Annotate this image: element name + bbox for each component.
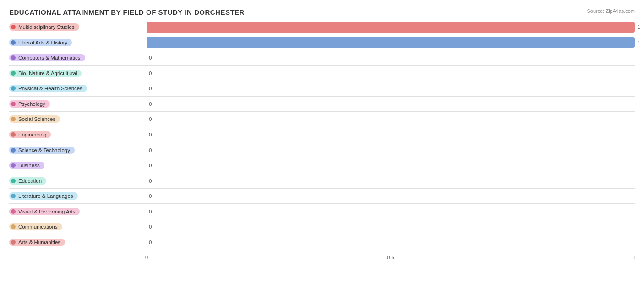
pill-dot [11,194,16,198]
grid-line [147,173,147,188]
bar-label-text: Business [18,163,40,168]
bar-label-text: Liberal Arts & History [18,40,67,45]
bar-label-wrap: Physical & Health Sciences [9,85,147,92]
bar-label-wrap: Education [9,177,147,185]
chart-container: EDUCATIONAL ATTAINMENT BY FIELD OF STUDY… [0,0,644,289]
grid-line [391,219,391,234]
grid-line [391,142,391,158]
bar-label-text: Physical & Health Sciences [18,86,82,91]
bar-label-text: Arts & Humanities [18,240,60,245]
bar-value: 0 [149,193,152,199]
bar-track: 0 [147,142,635,158]
pill-dot [11,209,16,214]
bar-track: 1 [147,35,635,50]
grid-line [391,158,391,173]
bar-row: Physical & Health Sciences0 [9,81,635,97]
grid-line [635,142,635,158]
bar-value: 0 [149,71,152,76]
grid-line [635,173,635,188]
bar-row: Bio, Nature & Agricultural0 [9,66,635,82]
bar-row: Computers & Mathematics0 [9,50,635,66]
chart-title: EDUCATIONAL ATTAINMENT BY FIELD OF STUDY… [9,8,635,16]
bar-track: 0 [147,234,635,250]
bar-label-pill: Arts & Humanities [9,239,65,246]
bar-label-text: Psychology [18,101,45,107]
bar-label-pill: Physical & Health Sciences [9,85,87,92]
grid-line [635,112,635,127]
bar-row: Engineering0 [9,127,635,143]
bar-label-wrap: Social Sciences [9,115,147,123]
grid-line [635,219,635,234]
grid-line [635,204,635,219]
bar-label-pill: Visual & Performing Arts [9,208,80,215]
bar-label-pill: Engineering [9,131,51,138]
grid-line [391,234,391,250]
bar-label-wrap: Liberal Arts & History [9,39,147,46]
bar-label-wrap: Science & Technology [9,147,147,154]
bar-value: 0 [149,240,152,245]
grid-line [635,234,635,250]
grid-line [635,189,635,204]
grid-line [391,173,391,188]
bar-label-wrap: Arts & Humanities [9,239,147,246]
grid-line [147,158,147,173]
grid-line [391,20,391,35]
pill-dot [11,117,16,121]
grid-line [147,97,147,112]
grid-line [635,127,635,142]
bar-value: 0 [149,178,152,184]
bar-label-pill: Computers & Mathematics [9,54,85,61]
bar-label-wrap: Psychology [9,100,147,108]
pill-dot [11,55,16,60]
grid-line [391,81,391,96]
bar-label-wrap: Communications [9,223,147,230]
bar-label-text: Multidisciplinary Studies [18,24,75,30]
grid-line [391,204,391,219]
bar-label-wrap: Multidisciplinary Studies [9,23,147,31]
pill-dot [11,240,16,245]
bar-value: 0 [149,147,152,153]
bar-label-text: Literature & Languages [18,193,73,199]
grid-line [147,127,147,142]
bar-row: Multidisciplinary Studies1 [9,20,635,35]
x-axis-label: 1 [633,255,636,260]
bar-label-pill: Literature & Languages [9,192,78,200]
bar-value: 0 [149,101,152,107]
bar-label-text: Engineering [18,132,46,137]
grid-line [635,81,635,96]
bar-label-wrap: Engineering [9,131,147,138]
bar-label-text: Bio, Nature & Agricultural [18,71,77,76]
bar-track: 0 [147,66,635,81]
pill-dot [11,132,16,137]
bar-row: Visual & Performing Arts0 [9,204,635,219]
bar-row: Communications0 [9,219,635,235]
bar-label-wrap: Business [9,162,147,169]
bar-row: Social Sciences0 [9,112,635,127]
grid-line [147,50,147,65]
pill-dot [11,86,16,91]
grid-line [391,97,391,112]
grid-line [147,66,147,81]
bar-label-wrap: Literature & Languages [9,192,147,200]
bar-value: 0 [149,55,152,60]
bar-label-pill: Psychology [9,100,50,108]
grid-line [147,189,147,204]
bar-row: Psychology0 [9,97,635,112]
bar-row: Arts & Humanities0 [9,234,635,250]
pill-dot [11,102,16,106]
bar-label-pill: Communications [9,223,62,230]
bar-label-text: Communications [18,224,58,229]
grid-line [147,219,147,234]
bar-value: 0 [149,224,152,229]
grid-line [635,66,635,81]
grid-line [147,112,147,127]
bar-row: Literature & Languages0 [9,189,635,204]
grid-line [635,97,635,112]
bar-track: 0 [147,50,635,65]
bar-track: 0 [147,127,635,142]
grid-line [147,204,147,219]
pill-dot [11,179,16,183]
bar-row: Liberal Arts & History1 [9,35,635,51]
x-axis-label: 0.5 [387,255,394,260]
grid-line [147,35,147,50]
